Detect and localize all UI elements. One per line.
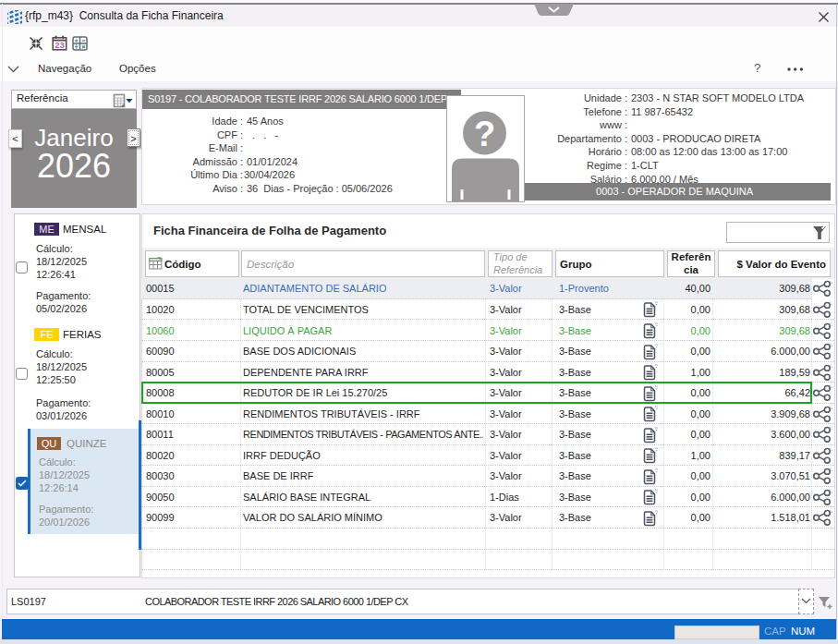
svg-text:?: ? [474,115,495,153]
svg-text:23: 23 [55,40,65,50]
